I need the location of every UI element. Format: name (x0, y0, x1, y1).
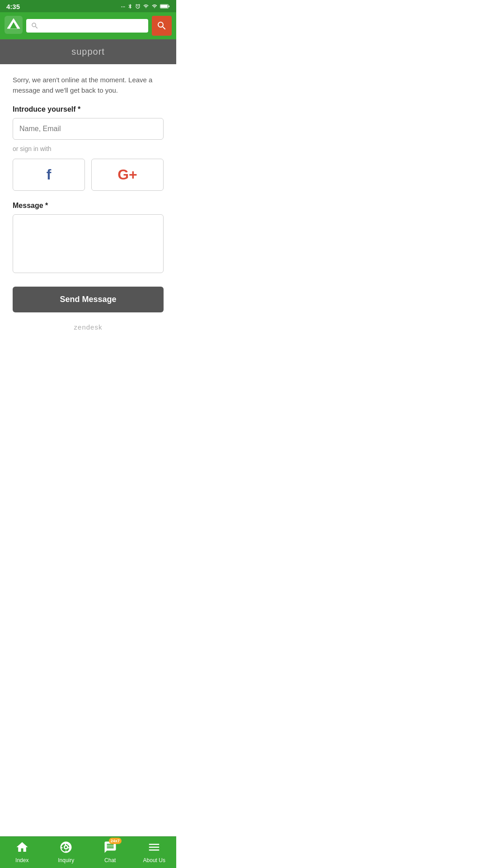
signal-icon (151, 4, 158, 10)
wifi-icon (143, 4, 149, 10)
header (0, 12, 176, 39)
status-time: 4:35 (6, 3, 20, 10)
google-plus-button[interactable]: G+ (91, 159, 164, 191)
status-bar: 4:35 ··· (0, 0, 176, 12)
support-title: support (71, 47, 105, 57)
main-content: Sorry, we aren't online at the moment. L… (0, 64, 176, 349)
search-bar (26, 19, 148, 33)
zendesk-label: zendesk (13, 323, 164, 331)
battery-icon (160, 4, 170, 10)
search-icon-left (31, 22, 39, 30)
message-label: Message * (13, 202, 164, 210)
search-button[interactable] (152, 16, 172, 36)
message-textarea[interactable] (13, 214, 164, 273)
name-email-input[interactable] (13, 118, 164, 140)
alarm-icon (135, 3, 141, 10)
facebook-button[interactable]: f (13, 159, 85, 191)
or-signin-text: or sign in with (13, 145, 164, 152)
svg-rect-1 (160, 5, 168, 7)
bluetooth-icon (127, 3, 133, 10)
status-icons: ··· (121, 3, 170, 10)
support-bar: support (0, 39, 176, 64)
offline-message: Sorry, we aren't online at the moment. L… (13, 75, 164, 95)
introduce-label: Introduce yourself * (13, 105, 164, 113)
send-message-button[interactable]: Send Message (13, 287, 164, 312)
social-buttons: f G+ (13, 159, 164, 191)
search-input[interactable] (42, 22, 144, 30)
logo[interactable] (5, 16, 23, 36)
dots-icon: ··· (121, 4, 125, 9)
svg-rect-2 (169, 5, 169, 7)
